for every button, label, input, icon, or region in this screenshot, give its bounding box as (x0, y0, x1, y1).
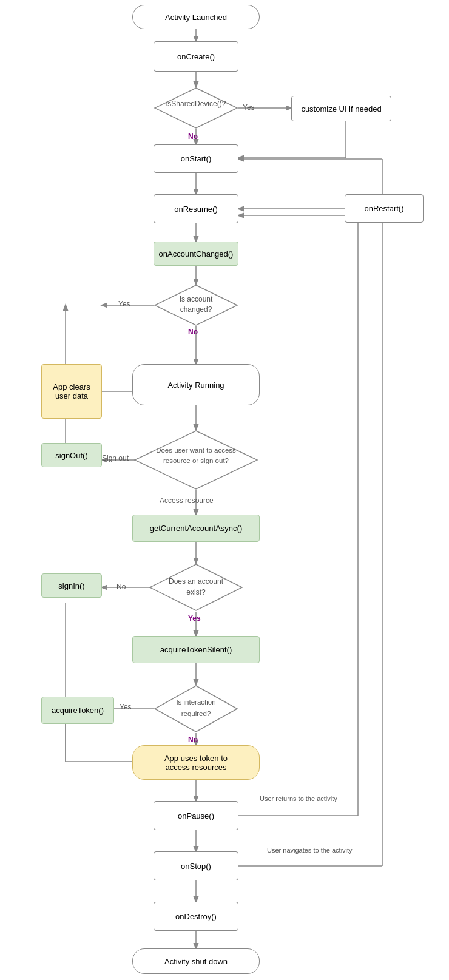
activity-launched-node: Activity Launched (132, 5, 260, 29)
yes-label-interaction: Yes (120, 703, 132, 711)
no-label-account-exist: No (116, 583, 126, 591)
onaccountchanged-node: onAccountChanged() (154, 242, 238, 266)
is-interaction-required-diamond: Is interaction required? (154, 684, 238, 733)
yes-label-account: Yes (118, 300, 130, 308)
onrestart-node: onRestart() (345, 194, 424, 223)
flowchart-diagram: Activity Launched onCreate() isSharedDev… (0, 0, 449, 980)
svg-text:Does an account: Does an account (169, 577, 224, 586)
svg-text:resource or sign out?: resource or sign out? (163, 457, 229, 464)
yes-label-account-exist: Yes (188, 614, 201, 623)
acquiretoken-node: acquireToken() (41, 697, 114, 724)
signout-label: Sign out (102, 454, 129, 462)
no-label-interaction: No (188, 735, 198, 744)
signout-node: signOut() (41, 443, 102, 467)
acquiretokensilent-node: acquireTokenSilent() (132, 636, 260, 663)
user-navigates-label: User navigates to the activity (267, 847, 353, 854)
svg-text:isSharedDevice()?: isSharedDevice()? (166, 100, 226, 108)
onresume-node: onResume() (154, 194, 238, 223)
yes-label-isshared: Yes (243, 103, 255, 112)
no-label-isshared: No (188, 132, 198, 141)
onstart-node: onStart() (154, 144, 238, 173)
activity-running-node: Activity Running (132, 364, 260, 405)
getcurrentaccount-node: getCurrentAccountAsync() (132, 515, 260, 542)
svg-marker-38 (155, 88, 237, 128)
svg-marker-46 (150, 564, 242, 610)
onstop-node: onStop() (154, 851, 238, 880)
oncreate-node: onCreate() (154, 41, 238, 72)
app-uses-token-node: App uses token to access resources (132, 745, 260, 780)
svg-text:Is account: Is account (180, 295, 213, 303)
svg-text:Does user want to access: Does user want to access (156, 447, 236, 454)
customize-ui-node: customize UI if needed (291, 96, 391, 121)
app-clears-node: App clears user data (41, 364, 102, 419)
does-account-exist-diamond: Does an account exist? (149, 563, 243, 612)
signin-node: signIn() (41, 573, 102, 598)
does-user-want-diamond: Does user want to access resource or sig… (133, 430, 258, 490)
user-returns-label: User returns to the activity (260, 795, 337, 802)
onpause-node: onPause() (154, 801, 238, 830)
svg-text:changed?: changed? (180, 305, 212, 314)
access-resource-label: Access resource (160, 496, 214, 505)
activity-shutdown-node: Activity shut down (132, 948, 260, 974)
svg-text:Is interaction: Is interaction (176, 698, 215, 706)
svg-text:exist?: exist? (186, 588, 206, 596)
ondestroy-node: onDestroy() (154, 902, 238, 931)
isshareddevice-diamond: isSharedDevice()? (154, 87, 238, 129)
no-label-account: No (188, 328, 198, 336)
is-account-changed-diamond: Is account changed? (154, 284, 238, 326)
svg-marker-49 (155, 686, 237, 732)
svg-text:required?: required? (181, 710, 211, 717)
